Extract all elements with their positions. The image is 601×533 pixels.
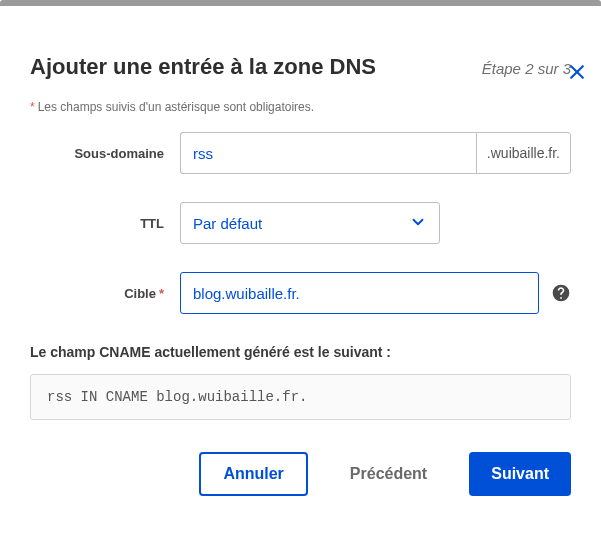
help-button[interactable] [551,283,571,303]
modal-title: Ajouter une entrée à la zone DNS [30,54,376,80]
cancel-button[interactable]: Annuler [199,452,307,496]
domain-suffix: .wuibaille.fr. [476,132,571,174]
help-icon [551,283,571,303]
subdomain-input[interactable] [180,132,476,174]
preview-output: rss IN CNAME blog.wuibaille.fr. [30,374,571,420]
modal-topbar [0,0,601,6]
close-icon [567,62,587,82]
modal-footer: Annuler Précédent Suivant [30,452,571,496]
dns-entry-modal: Ajouter une entrée à la zone DNS Étape 2… [0,54,601,526]
ttl-select[interactable]: Par défaut [180,202,440,244]
ttl-label: TTL [40,216,180,231]
previous-button[interactable]: Précédent [328,452,449,496]
chevron-down-icon [409,213,427,234]
target-input[interactable] [180,272,539,314]
target-label: Cible* [40,286,180,301]
close-button[interactable] [567,62,587,82]
step-indicator: Étape 2 sur 3 [482,60,571,77]
next-button[interactable]: Suivant [469,452,571,496]
preview-label: Le champ CNAME actuellement généré est l… [30,344,571,360]
subdomain-label: Sous-domaine [40,146,180,161]
required-fields-note: *Les champs suivis d'un astérisque sont … [30,100,571,114]
ttl-selected-value: Par défaut [193,215,262,232]
